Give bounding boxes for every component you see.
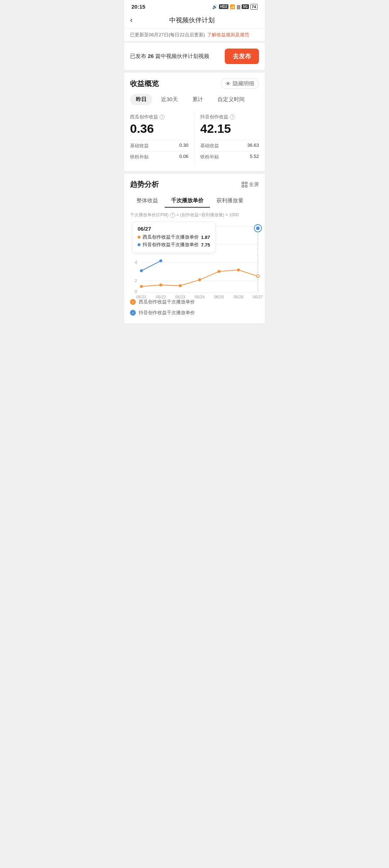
tab-cumulative[interactable]: 累计 — [187, 94, 209, 105]
tab-yesterday[interactable]: 昨日 — [130, 94, 152, 105]
cpm-label: 千次播放单价(CPM) — [130, 212, 169, 218]
publish-count-text: 已发布 26 篇中视频伙伴计划视频 — [130, 53, 209, 60]
orange-point-4 — [198, 279, 201, 281]
svg-text:06/23: 06/23 — [175, 295, 185, 299]
fullscreen-icon — [242, 182, 247, 187]
xigua-iron-value: 0.06 — [179, 154, 188, 160]
earnings-section: 收益概览 👁 隐藏明细 昨日 近30天 累计 自定义时间 西瓜创作收益 ? 0.… — [124, 73, 265, 171]
tooltip-blue-dot — [138, 243, 140, 246]
eye-icon: 👁 — [225, 81, 231, 87]
tooltip-douyin-label: 抖音创作收益千次播放单价 — [143, 241, 199, 248]
chart-tooltip: 06/27 西瓜创作收益千次播放单价 1.87 抖音创作收益千次播放单价 7.7… — [132, 222, 215, 253]
chart-tab-overall[interactable]: 整体收益 — [130, 194, 165, 208]
chart-tab-cpm[interactable]: 千次播放单价 — [165, 194, 210, 208]
tooltip-xigua-row: 西瓜创作收益千次播放单价 1.87 — [138, 234, 210, 240]
publish-button[interactable]: 去发布 — [225, 49, 259, 64]
blue-point-1 — [140, 269, 143, 272]
tab-custom[interactable]: 自定义时间 — [212, 94, 250, 105]
orange-point-5 — [218, 270, 220, 273]
time: 20:15 — [131, 4, 145, 10]
blue-point-2 — [159, 259, 162, 262]
svg-text:06/26: 06/26 — [233, 295, 243, 299]
xigua-info-icon[interactable]: ? — [160, 114, 165, 119]
5g-icon: 5G — [242, 4, 249, 9]
back-button[interactable]: ‹ — [130, 15, 133, 25]
svg-text:2: 2 — [135, 279, 137, 283]
tooltip-xigua-label: 西瓜创作收益千次播放单价 — [143, 234, 199, 240]
douyin-info-icon[interactable]: ? — [230, 114, 235, 119]
hide-label: 隐藏明细 — [233, 80, 254, 87]
svg-text:06/24: 06/24 — [194, 295, 205, 299]
publish-section: 已发布 26 篇中视频伙伴计划视频 去发布 — [124, 43, 265, 70]
svg-rect-2 — [242, 185, 244, 187]
publish-pre: 已发布 — [130, 53, 148, 59]
update-text: 已更新至06月27日(每日22点后更新) — [130, 32, 205, 38]
trend-title: 趋势分析 — [130, 180, 159, 189]
tooltip-xigua-value: 1.87 — [201, 235, 210, 240]
tooltip-douyin-row: 抖音创作收益千次播放单价 7.75 — [138, 241, 210, 248]
signal-icon: ||| — [237, 4, 240, 9]
cpm-formula-text: = (创作收益÷获利播放量) × 1000 — [176, 212, 239, 218]
page-title: 中视频伙伴计划 — [137, 16, 247, 24]
svg-text:06/27: 06/27 — [253, 295, 263, 299]
svg-rect-3 — [245, 185, 247, 187]
douyin-base-value: 36.63 — [247, 143, 259, 149]
chart-tabs: 整体收益 千次播放单价 获利播放量 — [130, 194, 259, 208]
earnings-header: 收益概览 👁 隐藏明细 — [130, 78, 259, 89]
chart-tab-playback[interactable]: 获利播放量 — [210, 194, 250, 208]
svg-text:06/25: 06/25 — [214, 295, 224, 299]
battery-indicator: 74 — [250, 4, 258, 10]
svg-text:06/22: 06/22 — [156, 295, 166, 299]
douyin-iron-row: 铁粉补贴 5.52 — [200, 151, 259, 162]
xigua-base-label: 基础收益 — [130, 143, 149, 149]
blue-line-segment1 — [142, 261, 161, 271]
douyin-value: 42.15 — [200, 122, 259, 136]
douyin-base-label: 基础收益 — [200, 143, 219, 149]
chart-container: 06/27 西瓜创作收益千次播放单价 1.87 抖音创作收益千次播放单价 7.7… — [129, 222, 260, 296]
xigua-value: 0.36 — [130, 122, 188, 136]
legend-blue-icon: ✓ — [130, 310, 136, 316]
nav-bar: ‹ 中视频伙伴计划 — [124, 12, 265, 29]
xigua-iron-label: 铁粉补贴 — [130, 154, 149, 160]
publish-post: 篇中视频伙伴计划视频 — [154, 53, 209, 59]
xigua-earnings-col: 西瓜创作收益 ? 0.36 基础收益 0.30 铁粉补贴 0.06 — [130, 111, 194, 165]
douyin-earnings-col: 抖音创作收益 ? 42.15 基础收益 36.63 铁粉补贴 5.52 — [194, 111, 259, 165]
cpm-info-icon[interactable]: ? — [170, 213, 175, 218]
douyin-base-row: 基础收益 36.63 — [200, 140, 259, 151]
xigua-base-row: 基础收益 0.30 — [130, 140, 188, 151]
orange-point-2 — [159, 284, 162, 286]
xigua-iron-row: 铁粉补贴 0.06 — [130, 151, 188, 162]
earnings-grid: 西瓜创作收益 ? 0.36 基础收益 0.30 铁粉补贴 0.06 抖音创作收益… — [130, 111, 259, 165]
orange-point-1 — [140, 285, 143, 288]
status-bar: 20:15 🔊 HD2 📶 ||| 5G 74 — [124, 0, 265, 12]
douyin-iron-value: 5.52 — [250, 154, 259, 160]
trend-header: 趋势分析 全屏 — [130, 180, 259, 189]
svg-rect-0 — [242, 182, 244, 184]
orange-line — [142, 270, 258, 286]
svg-rect-1 — [245, 182, 247, 184]
xigua-label: 西瓜创作收益 ? — [130, 114, 188, 120]
douyin-iron-label: 铁粉补贴 — [200, 154, 219, 160]
legend-blue-row: ✓ 抖音创作收益千次播放单价 — [130, 307, 259, 317]
hd-icon: HD2 — [219, 4, 228, 9]
tooltip-date: 06/27 — [138, 226, 210, 232]
trend-section: 趋势分析 全屏 整体收益 千次播放单价 获利播放量 千次播放单价(CPM) ? … — [124, 174, 265, 323]
douyin-label: 抖音创作收益 ? — [200, 114, 259, 120]
legend-orange-label: 西瓜创作收益千次播放单价 — [139, 299, 195, 305]
blue-point-7-inner — [256, 226, 260, 230]
svg-text:0: 0 — [135, 289, 137, 294]
legend-blue-label: 抖音创作收益千次播放单价 — [139, 309, 195, 316]
tooltip-douyin-value: 7.75 — [201, 242, 210, 248]
update-bar: 已更新至06月27日(每日22点后更新) 了解收益规则及规范 — [124, 29, 265, 41]
tab-30days[interactable]: 近30天 — [155, 94, 184, 105]
hide-details-button[interactable]: 👁 隐藏明细 — [221, 78, 259, 89]
wifi-icon: 📶 — [230, 4, 235, 9]
tooltip-orange-dot — [138, 236, 140, 239]
status-icons: 🔊 HD2 📶 ||| 5G 74 — [212, 4, 258, 10]
xigua-base-value: 0.30 — [179, 143, 188, 149]
earnings-tabs: 昨日 近30天 累计 自定义时间 — [130, 94, 259, 105]
svg-text:06/21: 06/21 — [137, 295, 147, 299]
rules-link[interactable]: 了解收益规则及规范 — [207, 32, 249, 38]
fullscreen-button[interactable]: 全屏 — [242, 181, 259, 188]
svg-text:4: 4 — [135, 260, 137, 265]
